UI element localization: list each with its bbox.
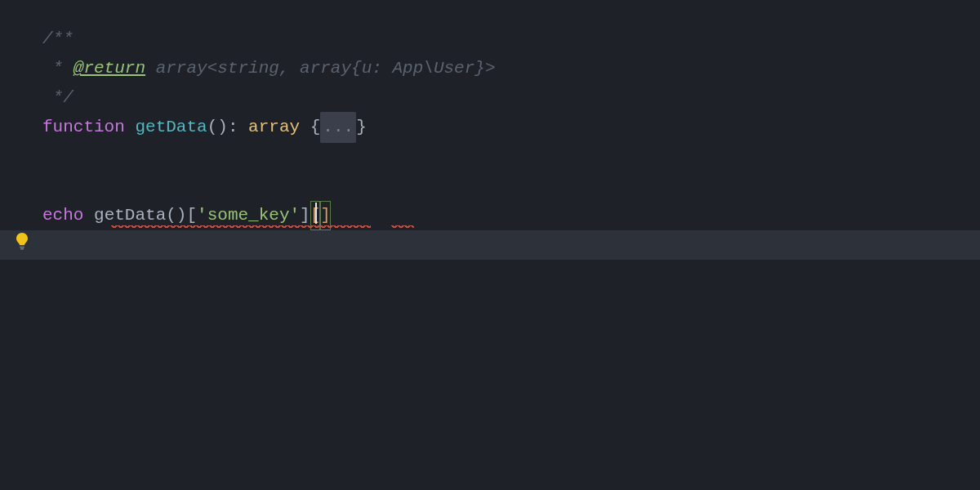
svg-rect-1 bbox=[20, 248, 24, 249]
text-cursor bbox=[315, 203, 317, 224]
phpdoc-type: array<string, array{u: App\User}> bbox=[145, 54, 495, 83]
code-line[interactable]: function getData(): array {...} bbox=[42, 113, 980, 142]
code-fold-marker[interactable]: ... bbox=[320, 112, 356, 143]
svg-rect-0 bbox=[20, 247, 24, 247]
docblock-open: /** bbox=[42, 24, 74, 54]
docblock-close: */ bbox=[42, 83, 74, 113]
parens: () bbox=[207, 113, 228, 142]
code-line[interactable]: * @return array<string, array{u: App\Use… bbox=[42, 54, 980, 83]
blank-line[interactable] bbox=[42, 142, 980, 172]
code-line-current[interactable]: echo getData()['some_key'][] bbox=[42, 201, 980, 230]
keyword-echo: echo bbox=[42, 201, 83, 230]
docblock-star: * bbox=[42, 54, 74, 83]
return-type: array bbox=[248, 113, 300, 142]
keyword-function: function bbox=[42, 113, 125, 142]
blank-line[interactable] bbox=[42, 172, 980, 201]
code-line[interactable]: */ bbox=[42, 83, 980, 113]
brace-open: { bbox=[300, 113, 320, 142]
error-underline bbox=[111, 225, 371, 228]
error-underline bbox=[391, 225, 414, 228]
phpdoc-return-tag: @return bbox=[74, 54, 145, 83]
function-name: getData bbox=[135, 113, 207, 142]
brace-close: } bbox=[356, 113, 367, 142]
colon: : bbox=[228, 113, 248, 142]
intention-bulb-icon[interactable] bbox=[15, 232, 29, 250]
code-line[interactable]: /** bbox=[42, 24, 980, 54]
code-editor[interactable]: /** * @return array<string, array{u: App… bbox=[0, 0, 980, 230]
current-line-highlight bbox=[0, 230, 980, 260]
